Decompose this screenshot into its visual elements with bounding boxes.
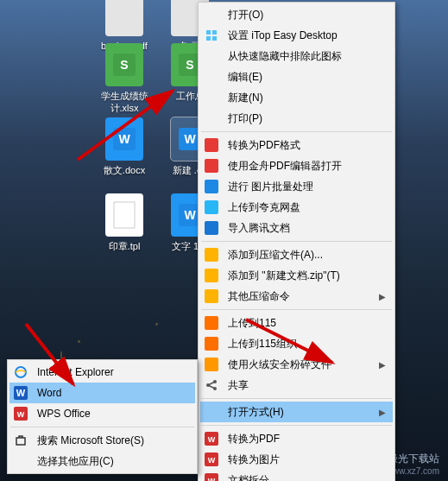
menu-item[interactable]: 打开方式(H)▶: [200, 402, 393, 422]
svg-rect-14: [212, 36, 217, 41]
115-icon: [204, 315, 219, 331]
menu-item-label: 选择其他应用(C): [37, 454, 176, 469]
cloud-icon: [204, 199, 219, 215]
menu-separator: [201, 425, 392, 426]
menu-item[interactable]: 搜索 Microsoft Store(S): [9, 430, 195, 451]
svg-text:W: W: [208, 456, 216, 465]
wps-icon: W: [204, 452, 219, 467]
svg-rect-16: [205, 159, 218, 173]
blank-icon: [204, 7, 219, 22]
share-icon: [204, 377, 219, 393]
menu-item[interactable]: 选择其他应用(C): [9, 451, 195, 472]
svg-rect-19: [205, 221, 218, 235]
menu-item[interactable]: 共享: [200, 375, 393, 396]
menu-item-label: 共享: [228, 378, 374, 393]
menu-item[interactable]: WWPS Office: [9, 403, 195, 424]
menu-item[interactable]: W转换为PDF: [200, 428, 393, 449]
svg-point-27: [213, 380, 217, 383]
menu-item-label: WPS Office: [37, 408, 176, 420]
menu-item-label: 打开方式(H): [228, 405, 374, 420]
menu-item-label: 转换为图片: [228, 453, 374, 467]
svg-rect-22: [205, 289, 218, 303]
svg-rect-11: [206, 30, 211, 35]
svg-text:W: W: [184, 132, 196, 146]
word-icon: W: [13, 385, 28, 401]
menu-item-label: Word: [37, 387, 176, 399]
wps-icon: W: [13, 406, 28, 421]
svg-text:W: W: [118, 132, 130, 146]
menu-item-label: 进行 图片批量处理: [228, 180, 374, 194]
svg-point-26: [206, 383, 210, 387]
menu-item-label: 编辑(E): [228, 70, 374, 85]
desktop-icon-label: 印章.tpl: [95, 240, 154, 252]
menu-item[interactable]: 使用金舟PDF编辑器打开: [200, 155, 393, 176]
menu-item[interactable]: 转换为PDF格式: [200, 135, 393, 155]
submenu-arrow-icon: ▶: [379, 408, 386, 417]
doc-file-icon: W: [105, 117, 143, 161]
svg-rect-13: [206, 36, 211, 41]
menu-item-label: 上传到115: [228, 316, 374, 331]
menu-item[interactable]: Internet Explorer: [9, 362, 195, 383]
menu-item[interactable]: 从快速隐藏中排除此图标: [200, 46, 393, 66]
menu-item[interactable]: 新建(N): [200, 87, 393, 108]
menu-item[interactable]: 设置 iTop Easy Desktop: [200, 25, 393, 46]
menu-item[interactable]: 使用火绒安全粉碎文件▶: [200, 354, 393, 375]
menu-item[interactable]: 其他压缩命令▶: [200, 286, 393, 307]
svg-text:W: W: [208, 435, 216, 444]
submenu-arrow-icon: ▶: [379, 292, 386, 301]
menu-item[interactable]: 添加到 "新建文档.zip"(T): [200, 265, 393, 286]
menu-item-label: 转换为PDF: [228, 432, 374, 446]
blank-icon: [204, 90, 219, 105]
svg-text:W: W: [208, 477, 216, 481]
svg-point-39: [16, 367, 26, 377]
desktop-icon[interactable]: W散文.docx: [95, 117, 154, 176]
menu-item[interactable]: 上传到115组织: [200, 333, 393, 354]
svg-text:S: S: [186, 58, 193, 72]
menu-item-label: 添加到压缩文件(A)...: [228, 248, 374, 263]
grid-icon: [204, 28, 219, 43]
menu-item[interactable]: 添加到压缩文件(A)...: [200, 244, 393, 265]
open-with-submenu[interactable]: Internet ExplorerWWordWWPS Office搜索 Micr…: [7, 359, 198, 474]
menu-item-label: Internet Explorer: [37, 366, 176, 378]
context-menu[interactable]: 打开(O)设置 iTop Easy Desktop从快速隐藏中排除此图标编辑(E…: [198, 2, 395, 481]
menu-item[interactable]: WWord: [9, 383, 195, 403]
tencent-icon: [204, 220, 219, 236]
svg-rect-23: [205, 316, 218, 330]
menu-separator: [201, 131, 392, 132]
menu-item-label: 设置 iTop Easy Desktop: [228, 28, 374, 43]
menu-item-label: 导入腾讯文档: [228, 221, 374, 236]
menu-item-label: 上传到115组织: [228, 337, 374, 351]
desktop-icon[interactable]: S学生成绩统计.xlsx: [95, 43, 154, 115]
menu-item[interactable]: 上传到夸克网盘: [200, 197, 393, 218]
zip-icon: [204, 268, 219, 283]
menu-item-label: 使用火绒安全粉碎文件: [228, 358, 374, 372]
menu-item[interactable]: 进行 图片批量处理: [200, 176, 393, 197]
wps-icon: W: [204, 431, 219, 446]
menu-item[interactable]: W转换为图片: [200, 449, 393, 470]
menu-item[interactable]: 打开(O): [200, 4, 393, 25]
svg-rect-21: [205, 269, 218, 282]
menu-item[interactable]: 上传到115: [200, 313, 393, 333]
menu-separator: [10, 427, 194, 427]
store-icon: [13, 433, 28, 448]
svg-rect-15: [205, 138, 218, 152]
menu-separator: [201, 309, 392, 310]
menu-item[interactable]: 导入腾讯文档: [200, 218, 393, 238]
menu-item-label: 上传到夸克网盘: [228, 200, 374, 215]
menu-item-label: 转换为PDF格式: [228, 138, 374, 153]
zip-icon: [204, 288, 219, 304]
menu-item[interactable]: W文档拆分: [200, 470, 393, 481]
desktop-icon[interactable]: 印章.tpl: [95, 193, 154, 252]
menu-item[interactable]: 编辑(E): [200, 66, 393, 87]
menu-item-label: 新建(N): [228, 91, 374, 105]
svg-rect-18: [205, 200, 218, 214]
pdf-icon: [204, 158, 219, 174]
svg-rect-12: [212, 30, 217, 35]
svg-text:S: S: [120, 58, 128, 72]
svg-point-28: [213, 387, 217, 390]
svg-rect-24: [205, 337, 218, 351]
svg-rect-8: [114, 202, 135, 228]
menu-item[interactable]: 打印(P): [200, 108, 393, 129]
svg-rect-44: [16, 438, 25, 445]
blank-icon: [204, 69, 219, 85]
